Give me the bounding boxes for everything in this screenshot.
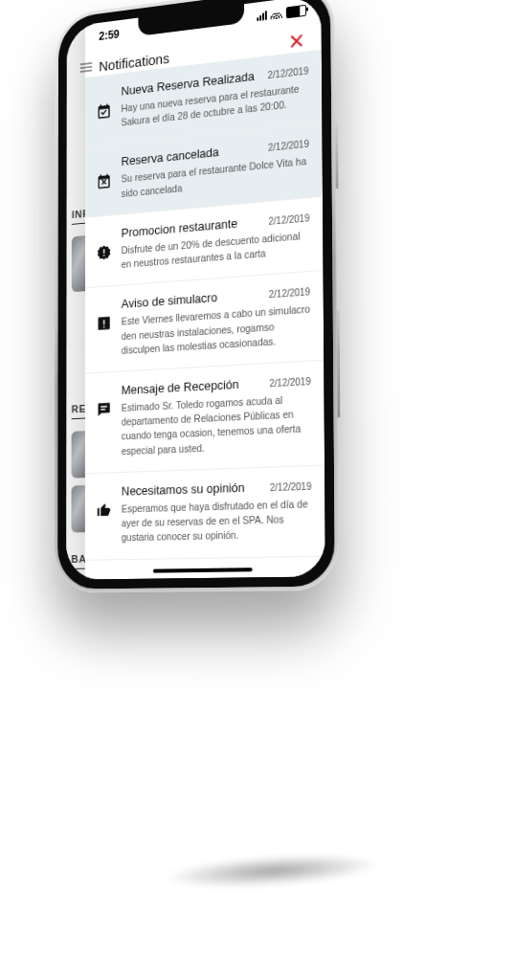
notification-body: Este Viernes llevaremos a cabo un simula… — [122, 302, 311, 358]
wifi-icon — [271, 9, 282, 19]
notification-date: 2/12/2019 — [268, 65, 309, 80]
notification-title: Mensaje de Recepción — [122, 377, 239, 397]
notification-body: Esperamos que haya disfrutado en el día … — [122, 497, 312, 546]
status-time: 2:59 — [99, 28, 119, 43]
calendar-x-icon — [96, 156, 113, 203]
chat-icon — [96, 384, 113, 459]
notification-text: Aviso de simulacro2/12/2019Este Viernes … — [122, 283, 311, 357]
notification-text: Mensaje de Recepción2/12/2019Estimado Sr… — [122, 373, 311, 458]
notification-date: 2/12/2019 — [268, 139, 309, 153]
side-button-icon — [335, 121, 339, 189]
phone-mockup: INF RES BA 2:59 — [61, 0, 331, 586]
thumb-up-icon — [96, 484, 113, 546]
menu-icon[interactable] — [80, 62, 92, 73]
notification-title: Aviso de simulacro — [122, 290, 217, 311]
notification-item[interactable]: Necesitamos su opinión2/12/2019Esperamos… — [85, 465, 325, 560]
alert-box-icon — [96, 298, 113, 359]
notification-text: Reserva cancelada2/12/2019Su reserva par… — [122, 136, 310, 201]
cellular-icon — [257, 11, 266, 21]
side-button-icon — [337, 310, 341, 418]
badge-alert-icon — [96, 227, 113, 274]
notification-date: 2/12/2019 — [269, 376, 310, 389]
notification-date: 2/12/2019 — [268, 212, 309, 227]
stage: INF RES BA 2:59 — [0, 0, 515, 980]
calendar-check-icon — [96, 85, 113, 132]
